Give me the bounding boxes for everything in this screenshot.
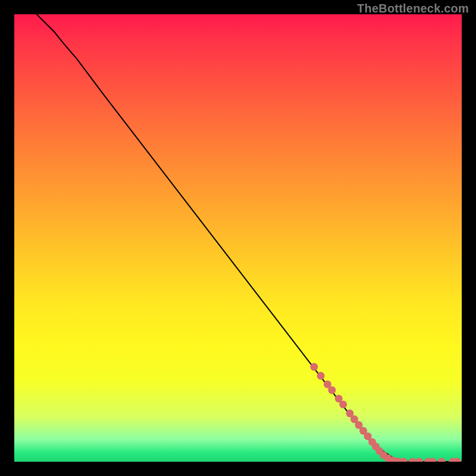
chart-frame: TheBottleneck.com: [0, 0, 476, 476]
watermark-label: TheBottleneck.com: [357, 2, 469, 15]
plot-area: [14, 14, 462, 462]
